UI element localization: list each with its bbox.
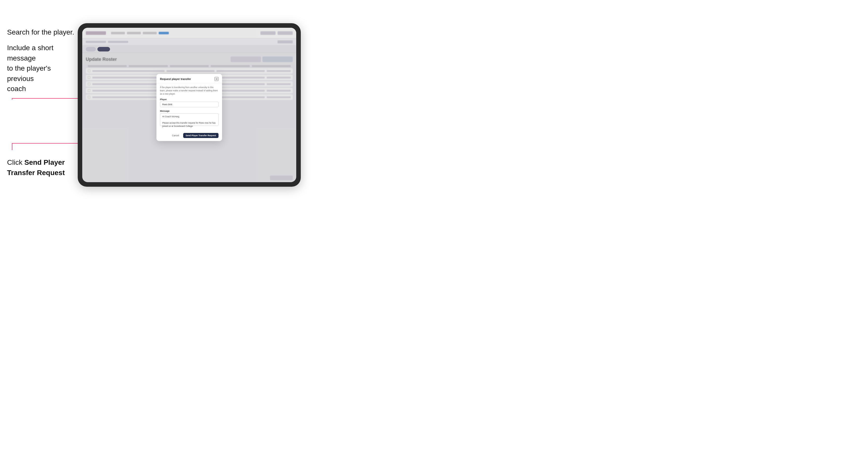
player-field-group: Player Rees Britt	[160, 98, 218, 107]
annotation-step2: Include a short messageto the player's p…	[7, 43, 75, 94]
modal-header: Request player transfer ✕	[156, 74, 222, 83]
cancel-button[interactable]: Cancel	[170, 133, 181, 138]
modal-dialog: Request player transfer ✕ If the player …	[156, 74, 222, 141]
modal-title: Request player transfer	[160, 77, 191, 81]
modal-close-button[interactable]: ✕	[215, 77, 218, 81]
modal-footer: Cancel Send Player Transfer Request	[156, 131, 222, 141]
annotation-step3: Click Send Player Transfer Request	[7, 157, 75, 178]
modal-description: If the player is transferring from anoth…	[160, 86, 218, 95]
message-field-group: Message Hi Coach McHarg,Please accept th…	[160, 110, 218, 126]
message-label: Message	[160, 110, 218, 112]
send-transfer-request-button[interactable]: Send Player Transfer Request	[183, 133, 218, 138]
modal-overlay: Request player transfer ✕ If the player …	[82, 28, 296, 182]
modal-body: If the player is transferring from anoth…	[156, 83, 222, 131]
player-label: Player	[160, 98, 218, 101]
player-input[interactable]: Rees Britt	[160, 102, 218, 107]
annotation-step1: Search for the player.	[7, 27, 74, 37]
message-textarea[interactable]: Hi Coach McHarg,Please accept this trans…	[160, 113, 218, 126]
tablet-device: Update Roster	[78, 23, 301, 187]
